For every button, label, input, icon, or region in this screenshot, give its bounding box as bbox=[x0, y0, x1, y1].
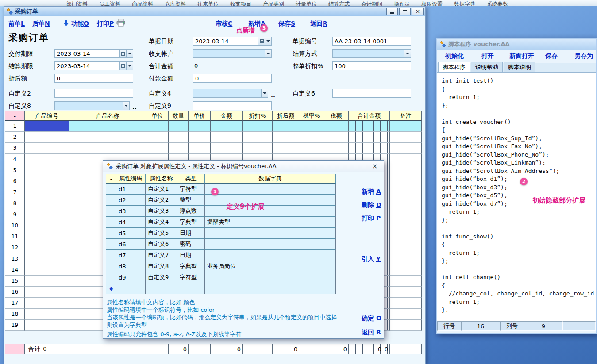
grid-cell[interactable] bbox=[390, 165, 422, 176]
custom8-dropdown-button[interactable] bbox=[123, 102, 129, 110]
grid-cell[interactable] bbox=[25, 287, 69, 298]
attribute-row[interactable]: d7自定义7日期 bbox=[106, 250, 336, 261]
grid-cell[interactable] bbox=[25, 220, 69, 231]
grid-cell[interactable] bbox=[243, 132, 273, 143]
grid-cell[interactable] bbox=[189, 143, 211, 154]
doc-date-field[interactable]: 2023-03-14 bbox=[193, 37, 272, 46]
dialog-ok-button[interactable]: 确定 O bbox=[362, 314, 381, 322]
grid-cell[interactable] bbox=[211, 121, 243, 132]
grid-cell[interactable] bbox=[390, 253, 422, 264]
background-menu-item[interactable]: 操作员 bbox=[394, 0, 410, 6]
grid-cell[interactable] bbox=[349, 143, 390, 154]
grid-cell[interactable] bbox=[25, 143, 69, 154]
custom8-combo[interactable] bbox=[54, 101, 130, 110]
background-menu-item[interactable]: 员工资料 bbox=[99, 0, 120, 6]
attribute-cell[interactable] bbox=[205, 239, 336, 250]
grid-cell[interactable] bbox=[169, 143, 189, 154]
attribute-cell[interactable] bbox=[205, 206, 336, 217]
background-menu-item[interactable]: 仓库资料 bbox=[165, 0, 186, 6]
grid-cell[interactable] bbox=[25, 309, 69, 320]
grid-cell[interactable] bbox=[324, 121, 349, 132]
row-number[interactable]: 6 bbox=[5, 176, 25, 187]
row-number[interactable]: 1 bbox=[5, 121, 25, 132]
attribute-cell[interactable] bbox=[106, 239, 116, 250]
grid-cell[interactable] bbox=[390, 242, 422, 253]
account-combo[interactable] bbox=[193, 49, 272, 58]
attribute-cell[interactable]: 字典型 bbox=[177, 217, 205, 228]
attribute-cell[interactable]: 密码 bbox=[177, 239, 205, 250]
attribute-cell[interactable]: 自定义5 bbox=[146, 228, 177, 239]
row-number[interactable]: 2 bbox=[5, 132, 25, 143]
grid-cell[interactable] bbox=[390, 209, 422, 220]
custom9-field[interactable] bbox=[193, 101, 272, 110]
doc-date-dropdown-button[interactable] bbox=[265, 37, 271, 45]
row-number[interactable]: 7 bbox=[5, 187, 25, 198]
print-button[interactable]: 打印P bbox=[97, 20, 114, 28]
grid-cell[interactable] bbox=[390, 132, 422, 143]
grid-cell[interactable] bbox=[25, 242, 69, 253]
attribute-cell[interactable]: 自定义4 bbox=[146, 217, 177, 228]
attribute-cell[interactable] bbox=[205, 250, 336, 261]
grid-cell[interactable] bbox=[25, 253, 69, 264]
grid-cell[interactable] bbox=[25, 320, 69, 331]
grid-cell[interactable] bbox=[390, 231, 422, 242]
grid-cell[interactable] bbox=[69, 121, 146, 132]
row-number[interactable]: 3 bbox=[5, 143, 25, 154]
custom4-dropdown-button[interactable] bbox=[261, 89, 268, 97]
attribute-row[interactable]: d5自定义5日期 bbox=[106, 228, 336, 239]
attribute-cell[interactable] bbox=[106, 228, 116, 239]
attribute-cell[interactable] bbox=[106, 206, 116, 217]
grid-cell[interactable] bbox=[25, 154, 69, 165]
grid-cell[interactable] bbox=[390, 187, 422, 198]
custom4-combo[interactable] bbox=[193, 89, 268, 98]
background-menu-item[interactable]: 商品资料 bbox=[132, 0, 153, 6]
grid-cell[interactable] bbox=[243, 143, 273, 154]
grid-cell[interactable] bbox=[390, 198, 422, 209]
dialog-back-button[interactable]: 返回 R bbox=[362, 329, 381, 337]
attribute-cell[interactable]: d8 bbox=[116, 261, 146, 272]
attribute-cell[interactable] bbox=[205, 195, 336, 206]
attribute-cell[interactable]: 自定义7 bbox=[146, 250, 177, 261]
account-dropdown-button[interactable] bbox=[265, 50, 271, 57]
minimize-button[interactable] bbox=[386, 8, 398, 15]
attribute-cell[interactable]: 提醒类型 bbox=[205, 217, 336, 228]
save-button[interactable]: 保存S bbox=[278, 20, 295, 28]
row-number[interactable]: 11 bbox=[5, 231, 25, 242]
row-number[interactable]: 8 bbox=[5, 198, 25, 209]
attribute-cell[interactable] bbox=[106, 195, 116, 206]
tab-help[interactable]: 说明帮助 bbox=[471, 62, 503, 72]
attribute-cell[interactable]: 业务员岗位 bbox=[205, 261, 336, 272]
attribute-cell[interactable]: 字典型 bbox=[177, 261, 205, 272]
attribute-cell[interactable] bbox=[205, 228, 336, 239]
attribute-row[interactable]: d2自定义2整型 bbox=[106, 195, 336, 206]
row-number[interactable]: 12 bbox=[5, 242, 25, 253]
pay-amount-field[interactable]: 0 bbox=[193, 74, 272, 83]
custom2-field[interactable] bbox=[54, 89, 133, 98]
attribute-cell[interactable] bbox=[116, 283, 146, 294]
next-doc-button[interactable]: 后单N bbox=[32, 20, 50, 28]
background-menu-item[interactable]: 部门资料 bbox=[66, 0, 88, 6]
attribute-cell[interactable]: d6 bbox=[116, 239, 146, 250]
settle-method-dropdown-button[interactable] bbox=[404, 50, 411, 57]
grid-cell[interactable] bbox=[169, 121, 189, 132]
grid-cell[interactable] bbox=[299, 132, 324, 143]
tab-script[interactable]: 脚本程序 bbox=[438, 62, 470, 72]
grid-cell[interactable] bbox=[390, 121, 422, 132]
attribute-cell[interactable]: 自定义6 bbox=[146, 239, 177, 250]
grid-cell[interactable] bbox=[390, 143, 422, 154]
grid-cell[interactable] bbox=[69, 143, 146, 154]
grid-cell[interactable] bbox=[243, 121, 273, 132]
dialog-add-button[interactable]: 新增 A bbox=[362, 188, 381, 196]
grid-cell[interactable] bbox=[324, 143, 349, 154]
attribute-cell[interactable]: 自定义1 bbox=[146, 184, 177, 195]
row-number[interactable]: 19 bbox=[5, 320, 25, 331]
grid-cell[interactable] bbox=[324, 132, 349, 143]
attribute-cell[interactable] bbox=[205, 184, 336, 195]
grid-cell[interactable] bbox=[25, 187, 69, 198]
delivery-date-field[interactable]: 2023-03-14 bbox=[54, 49, 133, 58]
script-init-button[interactable]: 初始化 bbox=[445, 52, 464, 60]
dialog-title-bar[interactable]: 采购订单 对象扩展属性定义 - 属性定义 - 标识编号voucher.AA × bbox=[103, 161, 384, 172]
attribute-cell[interactable]: d7 bbox=[116, 250, 146, 261]
row-number[interactable]: 4 bbox=[5, 154, 25, 165]
grid-cell[interactable] bbox=[273, 132, 299, 143]
